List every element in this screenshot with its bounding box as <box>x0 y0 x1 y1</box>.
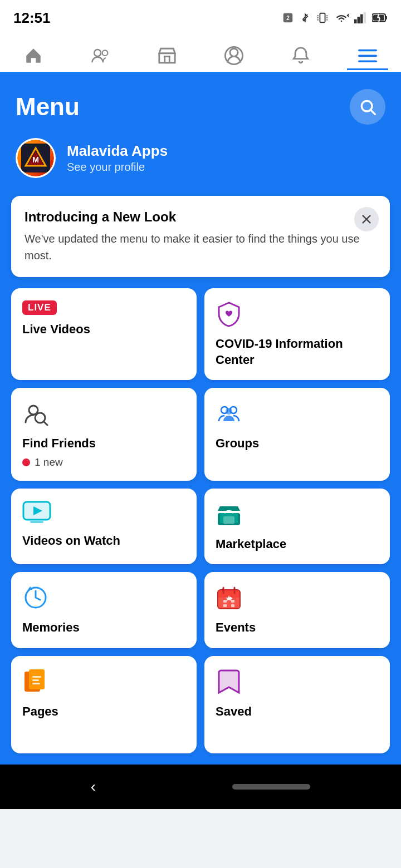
notice-card: Introducing a New Look We've updated the… <box>11 196 390 277</box>
status-time: 12:51 <box>13 9 51 27</box>
profile-info: Malavida Apps See your profile <box>67 142 168 174</box>
notice-close-button[interactable] <box>354 207 379 231</box>
svg-rect-59 <box>231 600 234 603</box>
card-label-live-videos: Live Videos <box>22 322 185 338</box>
card-label-covid: COVID-19 Information Center <box>216 336 379 368</box>
svg-rect-48 <box>223 516 234 524</box>
badge-count: 1 new <box>35 456 63 468</box>
nav-home[interactable] <box>13 43 54 70</box>
svg-rect-66 <box>32 679 39 681</box>
pages-icon <box>22 668 49 695</box>
profile-row[interactable]: M Malavida Apps See your profile <box>0 138 401 196</box>
friends-icon <box>91 46 110 65</box>
card-label-find-friends: Find Friends <box>22 436 185 452</box>
live-badge: LIVE <box>22 300 57 315</box>
card-label-marketplace: Marketplace <box>216 536 379 553</box>
store-icon <box>158 46 177 65</box>
status-bar: 12:51 2 <box>0 0 401 33</box>
card-label-pages: Pages <box>22 704 185 720</box>
nav-store[interactable] <box>146 43 188 70</box>
svg-rect-67 <box>32 683 40 684</box>
notification-status-icon: 2 <box>282 12 294 24</box>
card-label-saved: Saved <box>216 704 379 720</box>
wifi-icon <box>334 12 349 24</box>
nav-profile[interactable] <box>213 43 255 70</box>
card-memories[interactable]: Memories <box>11 572 197 648</box>
svg-rect-65 <box>32 676 41 678</box>
avatar-logo: M <box>21 144 50 172</box>
events-icon <box>216 584 242 611</box>
home-indicator <box>232 784 310 790</box>
svg-rect-26 <box>358 55 377 57</box>
svg-rect-61 <box>231 604 234 607</box>
card-label-groups: Groups <box>216 436 379 452</box>
svg-text:M: M <box>32 155 39 164</box>
svg-rect-45 <box>30 521 43 523</box>
vibrate-icon <box>316 12 329 24</box>
svg-rect-60 <box>223 604 227 607</box>
card-label-memories: Memories <box>22 620 185 636</box>
marketplace-icon <box>216 501 242 527</box>
card-groups[interactable]: Groups <box>204 388 390 481</box>
status-icons: 2 <box>282 11 388 24</box>
back-button[interactable]: ‹ <box>91 778 96 796</box>
find-friends-icon <box>22 400 49 427</box>
svg-point-36 <box>29 406 38 415</box>
notice-title: Introducing a New Look <box>25 209 349 225</box>
heart-shield-icon <box>216 300 242 327</box>
svg-rect-25 <box>358 49 377 51</box>
profile-name: Malavida Apps <box>67 142 168 160</box>
svg-point-23 <box>230 48 238 56</box>
svg-rect-2 <box>320 13 325 23</box>
card-pages[interactable]: Pages <box>11 656 197 753</box>
svg-line-29 <box>371 110 375 114</box>
svg-line-38 <box>44 422 47 425</box>
card-label-events: Events <box>216 620 379 636</box>
nav-bar <box>0 33 401 73</box>
nav-friends[interactable] <box>80 43 121 70</box>
svg-rect-58 <box>223 600 227 603</box>
find-friends-badge: 1 new <box>22 456 185 468</box>
search-icon <box>359 98 376 116</box>
svg-rect-22 <box>165 56 170 62</box>
menu-title: Menu <box>16 93 80 121</box>
battery-icon <box>372 13 388 23</box>
memories-icon <box>22 584 49 611</box>
svg-rect-11 <box>358 17 360 23</box>
menu-header: Menu <box>0 73 401 138</box>
svg-marker-9 <box>347 13 349 17</box>
notice-text: We've updated the menu to make it easier… <box>25 230 376 264</box>
bluetooth-icon <box>300 11 311 24</box>
bottom-nav: ‹ <box>0 765 401 809</box>
card-marketplace[interactable]: Marketplace <box>204 489 390 565</box>
menu-search-button[interactable] <box>350 89 385 125</box>
nav-notifications[interactable] <box>280 43 321 70</box>
svg-point-41 <box>226 408 232 415</box>
svg-text:2: 2 <box>286 15 290 21</box>
card-events[interactable]: Events <box>204 572 390 648</box>
svg-rect-13 <box>364 12 366 23</box>
groups-icon <box>216 400 242 427</box>
svg-point-20 <box>94 50 101 56</box>
card-covid-info[interactable]: COVID-19 Information Center <box>204 288 390 380</box>
signal-icon <box>354 12 366 24</box>
watch-video-icon <box>22 501 51 524</box>
bell-icon <box>291 46 310 65</box>
svg-rect-15 <box>385 16 387 19</box>
svg-rect-12 <box>360 14 363 24</box>
profile-subtitle: See your profile <box>67 161 168 174</box>
svg-point-21 <box>102 50 108 56</box>
saved-icon <box>216 668 242 695</box>
avatar: M <box>16 138 56 178</box>
card-saved[interactable]: Saved <box>204 656 390 753</box>
home-icon <box>24 46 43 65</box>
badge-dot <box>22 458 30 466</box>
menu-icon <box>358 46 377 65</box>
card-live-videos[interactable]: LIVE Live Videos <box>11 288 197 380</box>
nav-menu[interactable] <box>347 43 388 70</box>
menu-cards-grid: LIVE Live Videos COVID-19 Information Ce… <box>0 288 401 765</box>
close-icon <box>360 213 373 225</box>
card-videos-watch[interactable]: Videos on Watch <box>11 489 197 565</box>
profile-icon <box>224 46 243 65</box>
card-find-friends[interactable]: Find Friends 1 new <box>11 388 197 481</box>
